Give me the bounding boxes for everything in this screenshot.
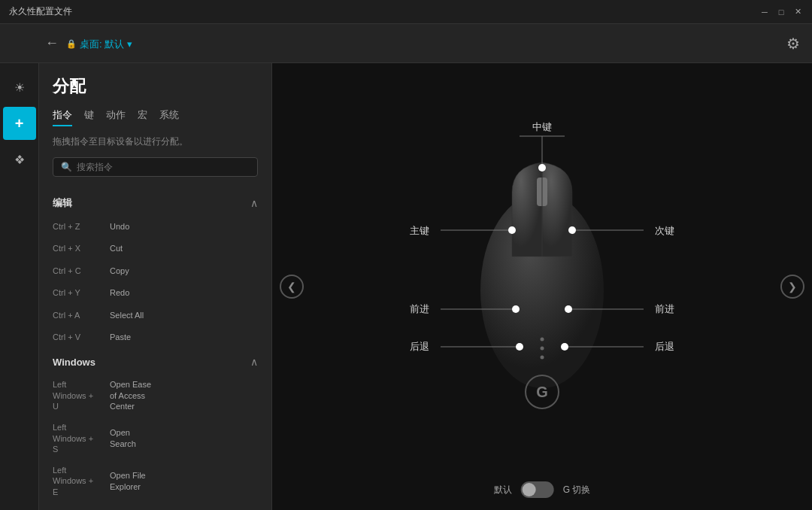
edit-section-toggle[interactable]: ∧ — [250, 197, 258, 209]
toggle-switch[interactable] — [521, 481, 554, 498]
item-key: Ctrl + Z — [53, 221, 105, 232]
header-profile: 🔒 桌面: 默认 ▾ — [66, 36, 132, 51]
svg-text:前进: 前进 — [410, 303, 429, 314]
header-left: ← 🔒 桌面: 默认 ▾ — [45, 35, 132, 51]
list-item[interactable]: Ctrl + A Select All — [39, 305, 271, 326]
list-item[interactable]: Ctrl + Y Redo — [39, 282, 271, 304]
windows-section-header: Windows ∧ — [39, 348, 271, 374]
app-title: 永久性配置文件 — [9, 5, 72, 18]
mouse-diagram: G — [332, 91, 753, 482]
svg-text:中键: 中键 — [532, 121, 552, 132]
svg-point-9 — [508, 226, 516, 234]
title-bar-left: 永久性配置文件 — [9, 5, 72, 18]
list-item[interactable]: Ctrl + Z Undo — [39, 216, 271, 238]
item-label: Redo — [110, 287, 129, 299]
item-key: Ctrl + V — [53, 332, 105, 343]
svg-point-11 — [512, 305, 520, 313]
main-content: ❮ ❯ — [272, 63, 812, 510]
tab-action[interactable]: 动作 — [106, 108, 126, 126]
header: ← 🔒 桌面: 默认 ▾ ⚙ — [0, 24, 812, 63]
sidebar-list: 编辑 ∧ Ctrl + Z Undo Ctrl + X Cut Ctrl + C… — [39, 189, 271, 510]
item-key: Ctrl + Y — [53, 287, 105, 299]
list-item[interactable]: Ctrl + C Copy — [39, 260, 271, 282]
sidebar-header: 分配 指令 键 动作 宏 系统 拖拽指令至目标设备以进行分配。 🔍 — [39, 63, 271, 189]
sidebar: 分配 指令 键 动作 宏 系统 拖拽指令至目标设备以进行分配。 🔍 编辑 ∧ C… — [39, 63, 272, 510]
default-label: 默认 — [494, 484, 512, 496]
list-item-open-search[interactable]: LeftWindows +S OpenSearch — [39, 417, 271, 460]
item-label: Open Easeof AccessCenter — [110, 379, 151, 411]
svg-text:前进: 前进 — [655, 303, 674, 314]
profile-info: 🔒 桌面: 默认 ▾ — [66, 38, 132, 51]
svg-point-4 — [541, 347, 544, 351]
lighting-icon: ☀ — [14, 80, 25, 95]
nav-arrow-right[interactable]: ❯ — [780, 275, 804, 299]
bottom-bar: 默认 G 切换 — [494, 481, 591, 498]
tab-macro[interactable]: 宏 — [138, 108, 147, 126]
svg-point-14 — [561, 343, 568, 351]
title-bar: 永久性配置文件 ─ □ ✕ — [0, 0, 812, 24]
svg-text:后退: 后退 — [655, 341, 674, 352]
item-label: Undo — [110, 221, 129, 232]
windows-section-toggle[interactable]: ∧ — [250, 356, 258, 368]
item-key: LeftWindows +E — [53, 465, 105, 497]
toggle-knob — [523, 483, 536, 496]
item-label: OpenSearch — [110, 427, 136, 449]
list-item[interactable]: LeftWindows +U Open Easeof AccessCenter — [39, 374, 271, 417]
svg-point-13 — [516, 343, 523, 351]
title-bar-controls: ─ □ ✕ — [759, 7, 803, 17]
customize-icon: ❖ — [14, 153, 25, 167]
item-label: Copy — [110, 266, 129, 277]
chevron-icon: ▾ — [127, 38, 132, 50]
lock-icon: 🔒 — [66, 39, 77, 49]
profile-label: 桌面: 默认 — [80, 38, 124, 51]
search-box: 🔍 — [53, 157, 258, 177]
g-switch-label: G 切换 — [563, 484, 591, 496]
item-key: Ctrl + A — [53, 310, 105, 321]
maximize-button[interactable]: □ — [776, 7, 786, 17]
item-key: LeftWindows +U — [53, 379, 105, 411]
sidebar-desc: 拖拽指令至目标设备以进行分配。 — [53, 135, 258, 148]
svg-point-3 — [541, 338, 544, 342]
close-button[interactable]: ✕ — [792, 7, 803, 17]
edit-section-title: 编辑 — [53, 196, 72, 210]
mouse-svg: G — [332, 91, 753, 452]
nav-arrow-left[interactable]: ❮ — [280, 275, 304, 299]
tab-command[interactable]: 指令 — [53, 108, 72, 126]
list-item[interactable]: Ctrl + V Paste — [39, 326, 271, 348]
minimize-button[interactable]: ─ — [759, 7, 770, 17]
item-label: Open FileExplorer — [110, 470, 146, 492]
sidebar-title: 分配 — [53, 75, 258, 98]
item-label: Cut — [110, 243, 123, 254]
icon-bar: ☀ + ❖ — [0, 63, 39, 510]
list-item[interactable]: Ctrl + X Cut — [39, 238, 271, 260]
search-icon: 🔍 — [61, 162, 72, 172]
item-label: Paste — [110, 332, 131, 343]
item-key: Ctrl + C — [53, 266, 105, 277]
svg-text:后退: 后退 — [410, 341, 429, 352]
item-key: LeftWindows +S — [53, 422, 105, 454]
tab-system[interactable]: 系统 — [159, 108, 179, 126]
settings-button[interactable]: ⚙ — [786, 35, 800, 53]
add-button[interactable]: + — [3, 107, 36, 140]
sidebar-tabs: 指令 键 动作 宏 系统 — [53, 108, 258, 126]
svg-text:次键: 次键 — [655, 225, 674, 236]
edit-section-header: 编辑 ∧ — [39, 189, 271, 216]
list-item[interactable]: LeftWindows + Open... — [39, 502, 271, 510]
svg-point-5 — [541, 356, 544, 360]
tab-key[interactable]: 键 — [84, 108, 94, 126]
svg-point-10 — [568, 226, 576, 234]
back-button[interactable]: ← — [45, 35, 59, 51]
main-layout: ☀ + ❖ 分配 指令 键 动作 宏 系统 拖拽指令至目标设备以进行分配。 🔍 — [0, 63, 812, 510]
search-input[interactable] — [77, 162, 250, 172]
svg-text:主键: 主键 — [410, 225, 429, 236]
windows-section-title: Windows — [53, 357, 95, 368]
lighting-button[interactable]: ☀ — [3, 71, 36, 104]
svg-text:G: G — [536, 384, 548, 400]
item-key: Ctrl + X — [53, 243, 105, 254]
item-label: Select All — [110, 310, 144, 321]
add-icon: + — [15, 115, 24, 132]
svg-point-8 — [538, 164, 546, 172]
svg-point-12 — [565, 305, 572, 313]
list-item-open-file-explorer[interactable]: LeftWindows +E Open FileExplorer — [39, 460, 271, 502]
customize-button[interactable]: ❖ — [3, 143, 36, 176]
